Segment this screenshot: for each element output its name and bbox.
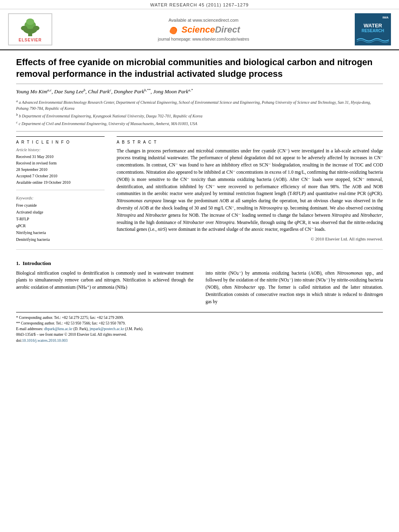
keyword-6: Denitrifying bacteria xyxy=(16,236,105,243)
keyword-5: Nitrifying bacteria xyxy=(16,229,105,236)
keyword-2: Activated sludge xyxy=(16,209,105,216)
paper-title: Effects of free cyanide on microbial com… xyxy=(16,57,383,80)
copyright-line: © 2010 Elsevier Ltd. All rights reserved… xyxy=(117,236,383,241)
elsevier-brand: ELSEVIER xyxy=(19,38,41,42)
abstract-column: A B S T R A C T The changes in process p… xyxy=(117,136,383,243)
footnote-star2: ** Corresponding author. Tel.: +82 53 95… xyxy=(16,320,383,326)
intro-number: 1. xyxy=(16,260,20,266)
footnote-star1: * Corresponding author. Tel.: +82 54 279… xyxy=(16,315,383,320)
journal-title-bar: WATER RESEARCH 45 (2011) 1267–1279 xyxy=(150,2,249,7)
email-dhpark[interactable]: dhpark@knu.ac.kr xyxy=(44,327,72,331)
intro-left-text: Biological nitrification coupled to deni… xyxy=(16,270,193,291)
sciencedirect-logo: ScienceDirect xyxy=(52,24,355,35)
water-research-logo: IWA WATER RESEARCH xyxy=(355,13,391,45)
water-label: WATER xyxy=(362,23,384,29)
svg-point-4 xyxy=(21,26,27,31)
accepted-date: Accepted 7 October 2010 xyxy=(16,173,105,179)
affiliation-b: b b Department of Environmental Engineer… xyxy=(16,112,383,119)
intro-right: into nitrite (NO₂⁻) by ammonia oxidizing… xyxy=(206,270,383,306)
doi-link[interactable]: 10.1016/j.watres.2010.10.003 xyxy=(22,339,68,343)
abstract-label: A B S T R A C T xyxy=(117,140,383,144)
received-date: Received 31 May 2010 xyxy=(16,154,105,160)
footnote-email: E-mail addresses: dhpark@knu.ac.kr (D. P… xyxy=(16,326,383,332)
authors-section: Young Mo Kima,c, Dae Sung Leeb, Chul Par… xyxy=(16,84,383,131)
sciencedirect-icon xyxy=(167,24,180,35)
keyword-4: qPCR xyxy=(16,222,105,229)
intro-left: Biological nitrification coupled to deni… xyxy=(16,270,193,306)
journal-top-bar: WATER RESEARCH 45 (2011) 1267–1279 xyxy=(0,0,399,9)
introduction-section: 1. Introduction Biological nitrification… xyxy=(16,256,383,306)
title-section: Effects of free cyanide on microbial com… xyxy=(16,50,383,84)
elsevier-logo: ELSEVIER xyxy=(8,13,52,45)
revised-date: 28 September 2010 xyxy=(16,166,105,173)
journal-homepage: journal homepage: www.elsevier.com/locat… xyxy=(52,37,355,41)
email-jmpark[interactable]: jmpark@postech.ac.kr xyxy=(90,327,124,331)
keywords-label: Keywords: xyxy=(16,196,105,200)
section-divider xyxy=(16,249,383,250)
header: ELSEVIER Available at www.sciencedirect.… xyxy=(0,9,399,50)
available-text: Available at www.sciencedirect.com xyxy=(52,18,355,23)
intro-right-text: into nitrite (NO₂⁻) by ammonia oxidizing… xyxy=(206,270,383,306)
paper-body: Effects of free cyanide on microbial com… xyxy=(0,50,399,343)
intro-heading: 1. Introduction xyxy=(16,260,383,267)
svg-point-5 xyxy=(33,26,39,31)
article-info-column: A R T I C L E I N F O Article history: R… xyxy=(16,136,105,243)
footnote-doi: doi:10.1016/j.watres.2010.10.003 xyxy=(16,338,383,343)
elsevier-tree-icon xyxy=(14,17,46,37)
water-waves-icon xyxy=(357,37,389,43)
affiliation-a: a a Advanced Environmental Biotechnology… xyxy=(16,99,383,111)
authors-line: Young Mo Kima,c, Dae Sung Leeb, Chul Par… xyxy=(16,88,383,95)
revised-label: Received in revised form xyxy=(16,160,105,166)
affiliations: a a Advanced Environmental Biotechnology… xyxy=(16,99,383,127)
keyword-3: T-RFLP xyxy=(16,216,105,222)
center-header: Available at www.sciencedirect.com Scien… xyxy=(52,18,355,41)
abstract-text: The changes in process performance and m… xyxy=(117,148,383,234)
available-online-date: Available online 19 October 2010 xyxy=(16,179,105,186)
svg-point-3 xyxy=(26,18,34,25)
footnote-issn: 0043-1354/$ – see front matter © 2010 El… xyxy=(16,332,383,337)
footnotes-section: * Corresponding author. Tel.: +82 54 279… xyxy=(16,312,383,343)
affiliation-c: c c Department of Civil and Environmenta… xyxy=(16,120,383,127)
article-history-block: Article history: Received 31 May 2010 Re… xyxy=(16,148,105,190)
intro-two-col: Biological nitrification coupled to deni… xyxy=(16,270,383,306)
research-label: RESEARCH xyxy=(362,29,384,33)
keywords-block: Keywords: Free cyanide Activated sludge … xyxy=(16,194,105,243)
sciencedirect-text: ScienceDirect xyxy=(181,25,240,35)
article-info-label: A R T I C L E I N F O xyxy=(16,140,105,144)
iwa-label: IWA xyxy=(383,16,389,19)
history-label: Article history: xyxy=(16,148,105,152)
article-info-abstract: A R T I C L E I N F O Article history: R… xyxy=(16,131,383,243)
keyword-1: Free cyanide xyxy=(16,202,105,209)
intro-title: Introduction xyxy=(23,260,51,266)
